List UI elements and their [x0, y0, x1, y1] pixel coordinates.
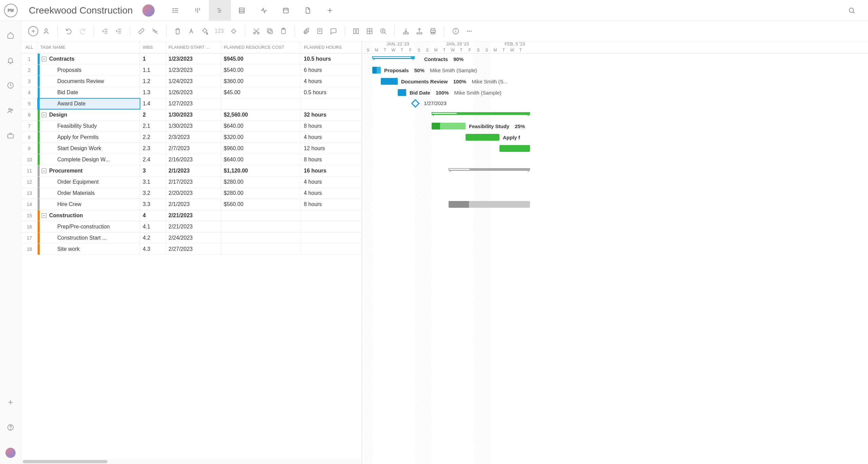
cell-wbs[interactable]: 3.3 — [140, 199, 166, 210]
cell-wbs[interactable]: 2.2 — [140, 132, 166, 143]
task-name-cell[interactable]: Hire Crew — [38, 199, 140, 210]
cell-wbs[interactable]: 1.1 — [140, 65, 166, 76]
cell-start[interactable]: 2/21/2023 — [166, 210, 221, 221]
plus-icon[interactable] — [6, 398, 15, 407]
cell-hours[interactable]: 8 hours — [301, 154, 362, 165]
cell-start[interactable]: 1/23/2023 — [166, 65, 221, 76]
cell-cost[interactable] — [221, 233, 301, 243]
cell-wbs[interactable]: 4.1 — [140, 221, 166, 232]
gantt-chart[interactable]: JAN, 22 '23JAN, 29 '23FEB, 5 '23SMTWTFSS… — [362, 41, 868, 464]
gantt-task-bar[interactable] — [499, 145, 530, 152]
task-name-cell[interactable]: Proposals — [38, 65, 140, 76]
cell-hours[interactable]: 16 hours — [301, 165, 362, 176]
cell-hours[interactable]: 4 hours — [301, 132, 362, 143]
cell-cost[interactable] — [221, 221, 301, 232]
cell-hours[interactable]: 0.5 hours — [301, 87, 362, 98]
more-icon[interactable] — [463, 25, 475, 37]
cell-start[interactable]: 1/27/2023 — [166, 98, 221, 109]
col-planned-cost[interactable]: PLANNED RESOURCE COST — [221, 41, 301, 53]
comment-icon[interactable] — [328, 25, 339, 37]
cell-start[interactable]: 1/30/2023 — [166, 109, 221, 120]
table-row[interactable]: 9Start Design Work2.32/7/2023$960.0012 h… — [21, 143, 362, 154]
cell-wbs[interactable]: 4.3 — [140, 244, 166, 255]
undo-icon[interactable] — [63, 25, 75, 37]
col-planned-start[interactable]: PLANNED START ... — [166, 41, 221, 53]
cell-wbs[interactable]: 2.3 — [140, 143, 166, 154]
cell-wbs[interactable]: 4.2 — [140, 233, 166, 243]
cell-cost[interactable]: $280.00 — [221, 177, 301, 187]
collapse-icon[interactable]: − — [42, 57, 46, 61]
cell-wbs[interactable]: 2.1 — [140, 121, 166, 132]
cell-hours[interactable]: 32 hours — [301, 109, 362, 120]
task-name-cell[interactable]: −Contracts — [38, 54, 140, 64]
task-name-cell[interactable]: Documents Review — [38, 76, 140, 87]
print-icon[interactable] — [427, 25, 439, 37]
task-name-cell[interactable]: −Design — [38, 109, 140, 120]
cell-start[interactable]: 1/24/2023 — [166, 76, 221, 87]
table-row[interactable]: 6−Design21/30/2023$2,560.0032 hours — [21, 109, 362, 121]
cell-start[interactable]: 2/1/2023 — [166, 165, 221, 176]
collapse-icon[interactable]: − — [42, 213, 46, 218]
cell-wbs[interactable]: 1 — [140, 54, 166, 64]
task-name-cell[interactable]: Order Equipment — [38, 177, 140, 187]
cell-wbs[interactable]: 3.2 — [140, 188, 166, 199]
outdent-icon[interactable] — [99, 25, 111, 37]
cell-hours[interactable]: 6 hours — [301, 65, 362, 76]
people-icon[interactable] — [6, 106, 15, 115]
col-task-name[interactable]: TASK NAME — [38, 41, 140, 53]
cell-hours[interactable]: 8 hours — [301, 121, 362, 132]
cell-wbs[interactable]: 3.1 — [140, 177, 166, 187]
task-name-cell[interactable]: Construction Start ... — [38, 233, 140, 243]
copy-icon[interactable] — [264, 25, 276, 37]
cell-start[interactable]: 2/20/2023 — [166, 188, 221, 199]
table-row[interactable]: 14Hire Crew3.32/1/2023$560.008 hours — [21, 199, 362, 210]
help-icon[interactable] — [6, 423, 15, 432]
cell-hours[interactable] — [301, 210, 362, 221]
import-icon[interactable] — [400, 25, 412, 37]
cell-start[interactable]: 2/27/2023 — [166, 244, 221, 255]
grid-hscroll[interactable] — [21, 459, 362, 464]
view-board-icon[interactable] — [187, 0, 209, 21]
cell-hours[interactable]: 12 hours — [301, 143, 362, 154]
cell-start[interactable]: 2/24/2023 — [166, 233, 221, 243]
cell-start[interactable]: 1/26/2023 — [166, 87, 221, 98]
view-sheet-icon[interactable] — [231, 0, 253, 21]
task-name-cell[interactable]: Prep/Pre-construction — [38, 221, 140, 232]
cut-icon[interactable] — [251, 25, 262, 37]
cell-hours[interactable]: 4 hours — [301, 177, 362, 187]
fill-icon[interactable] — [199, 25, 211, 37]
cell-wbs[interactable]: 1.4 — [140, 98, 166, 109]
cell-wbs[interactable]: 2.4 — [140, 154, 166, 165]
unlink-icon[interactable] — [149, 25, 161, 37]
columns-icon[interactable] — [350, 25, 362, 37]
cell-cost[interactable]: $45.00 — [221, 87, 301, 98]
cell-cost[interactable]: $1,120.00 — [221, 165, 301, 176]
table-row[interactable]: 8Apply for Permits2.22/3/2023$320.004 ho… — [21, 132, 362, 143]
view-gantt-icon[interactable] — [209, 0, 231, 21]
cell-hours[interactable] — [301, 233, 362, 243]
cell-hours[interactable]: 10.5 hours — [301, 54, 362, 64]
add-task-icon[interactable] — [28, 26, 38, 36]
cell-cost[interactable]: $560.00 — [221, 199, 301, 210]
cell-wbs[interactable]: 2 — [140, 109, 166, 120]
note-icon[interactable] — [314, 25, 326, 37]
home-icon[interactable] — [6, 31, 15, 40]
cell-cost[interactable]: $360.00 — [221, 76, 301, 87]
gantt-milestone[interactable] — [411, 99, 419, 107]
cell-cost[interactable]: $320.00 — [221, 132, 301, 143]
cell-cost[interactable]: $960.00 — [221, 143, 301, 154]
col-wbs[interactable]: WBS — [140, 41, 166, 53]
cell-cost[interactable]: $640.00 — [221, 121, 301, 132]
cell-cost[interactable]: $945.00 — [221, 54, 301, 64]
cell-start[interactable]: 1/23/2023 — [166, 54, 221, 64]
app-logo[interactable]: PM — [0, 4, 21, 17]
briefcase-icon[interactable] — [6, 131, 15, 140]
cell-start[interactable]: 2/1/2023 — [166, 199, 221, 210]
col-planned-hours[interactable]: PLANNED HOURS — [301, 41, 362, 53]
assign-icon[interactable] — [40, 25, 52, 37]
cell-hours[interactable]: 4 hours — [301, 76, 362, 87]
table-row[interactable]: 17Construction Start ...4.22/24/2023 — [21, 233, 362, 244]
cell-hours[interactable] — [301, 244, 362, 255]
cell-start[interactable]: 2/21/2023 — [166, 221, 221, 232]
cell-start[interactable]: 2/3/2023 — [166, 132, 221, 143]
